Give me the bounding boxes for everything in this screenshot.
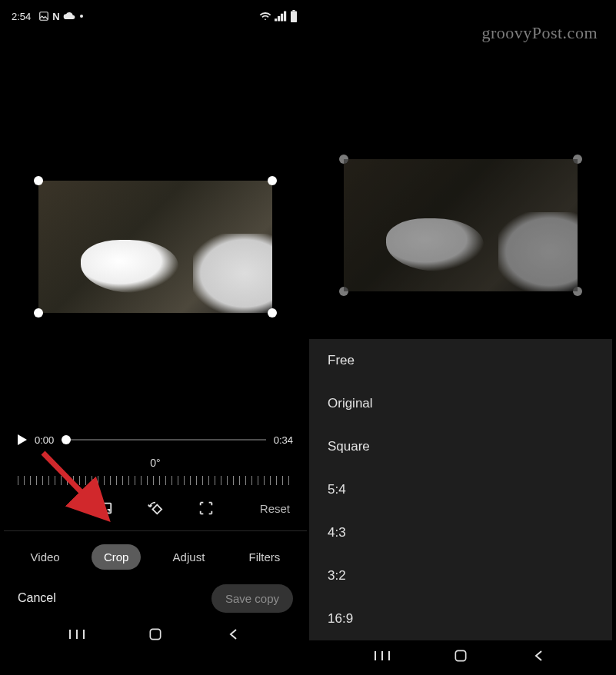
status-time: 2:54 [12,11,31,22]
svg-rect-7 [455,650,465,660]
video-preview-dimmed [344,159,578,291]
ratio-option-4-3[interactable]: 4:3 [309,511,612,554]
tab-adjust[interactable]: Adjust [161,544,218,570]
cloud-icon [63,12,75,21]
preview-subject-dog [386,218,484,271]
picture-icon [38,11,49,22]
crop-handle-top-right[interactable] [268,176,277,185]
status-bar: 2:54 N [4,4,307,25]
preview-subject-dog [81,240,179,293]
svg-rect-2 [292,10,295,12]
battery-icon [290,10,298,22]
cancel-button[interactable]: Cancel [18,591,56,605]
crop-handle-bottom-left[interactable] [34,308,43,318]
tab-video[interactable]: Video [18,544,72,570]
ratio-option-free[interactable]: Free [309,339,612,382]
timeline-knob[interactable] [62,435,71,444]
nav-home-icon[interactable] [451,646,471,666]
ratio-option-16-9[interactable]: 16:9 [309,597,612,640]
divider [4,530,307,531]
crop-handle-top-right [573,155,582,164]
crop-handle-bottom-right[interactable] [268,308,277,318]
reset-button[interactable]: Reset [260,502,290,515]
nav-recents-icon[interactable] [372,646,392,666]
dot-icon [80,15,83,18]
aspect-ratio-icon[interactable] [95,499,114,517]
svg-rect-0 [40,12,48,21]
rotation-angle-label: 0° [4,455,307,471]
nav-recents-icon[interactable] [67,624,87,644]
svg-rect-4 [152,505,161,514]
nav-back-icon[interactable] [224,624,244,644]
video-timeline: 0:00 0:34 [4,424,307,455]
crop-handle-top-left [339,155,348,164]
preview-subject-table [193,234,272,313]
ratio-option-original[interactable]: Original [309,382,612,425]
play-icon[interactable] [18,434,27,445]
preview-area [4,25,307,424]
svg-rect-5 [150,629,160,639]
ratio-option-3-2[interactable]: 3:2 [309,554,612,597]
preview-subject-table [498,212,578,291]
timeline-track[interactable] [62,439,265,441]
crop-handle-bottom-right [573,287,582,296]
crop-handle-bottom-left [339,287,348,296]
phone-right: Free Original Square 5:4 4:3 3:2 16:9 [309,4,612,671]
perspective-icon[interactable] [197,499,215,517]
rotation-ruler[interactable] [18,471,293,490]
tab-filters[interactable]: Filters [237,544,293,570]
video-preview[interactable] [38,181,272,313]
time-current: 0:00 [35,434,54,446]
aspect-ratio-panel: Free Original Square 5:4 4:3 3:2 16:9 [309,339,612,640]
preview-area-right [309,4,612,339]
netflix-icon: N [52,11,59,22]
svg-rect-1 [291,12,297,22]
bottom-actions: Cancel Save copy [4,577,307,619]
save-copy-button[interactable]: Save copy [211,584,293,613]
ratio-option-square[interactable]: Square [309,425,612,468]
ratio-option-5-4[interactable]: 5:4 [309,468,612,511]
watermark: groovyPost.com [481,23,598,43]
editor-tabs: Video Crop Adjust Filters [4,536,307,577]
phone-left: 2:54 N 0:00 0:34 0° Reset Vide [4,4,307,671]
time-duration: 0:34 [274,434,293,446]
rotate-icon[interactable] [146,499,165,517]
crop-handle-top-left[interactable] [34,176,43,185]
system-nav-bar [309,640,612,671]
signal-icon [275,11,287,22]
crop-tool-row: Reset [4,490,307,526]
system-nav-bar [4,619,307,650]
tab-crop[interactable]: Crop [92,544,142,570]
nav-home-icon[interactable] [145,624,165,644]
wifi-icon [259,11,271,22]
nav-back-icon[interactable] [529,646,549,666]
